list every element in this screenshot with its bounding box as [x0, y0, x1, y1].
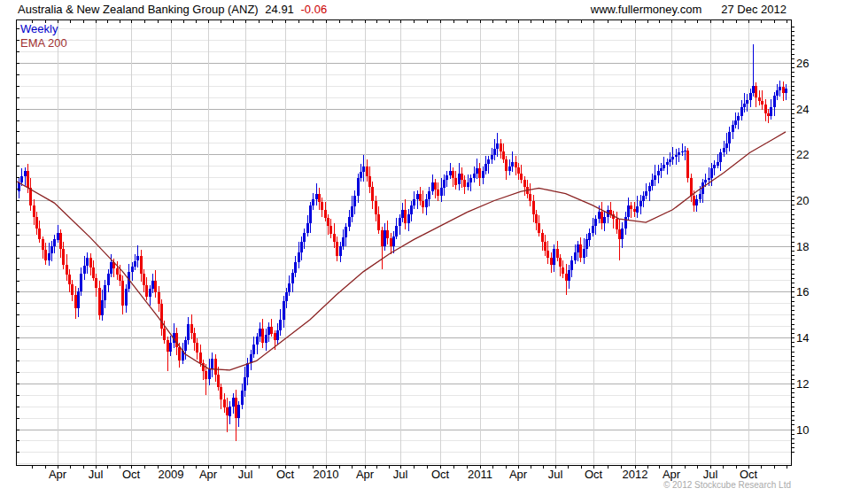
candle-body: [42, 239, 44, 250]
candle-body: [654, 175, 656, 180]
candle-body: [229, 407, 231, 415]
candle-body: [160, 304, 163, 329]
candle-body: [467, 182, 469, 187]
candle-body: [410, 205, 413, 214]
chart-legend: Weekly EMA 200: [20, 22, 67, 50]
candle-body: [758, 97, 761, 101]
x-axis-label: Apr: [356, 468, 375, 481]
candle-body: [345, 227, 347, 237]
candle-body: [279, 320, 282, 330]
candle-body: [648, 186, 651, 192]
candle-body: [265, 335, 267, 343]
candle-body: [384, 230, 386, 246]
candle-body: [86, 258, 89, 266]
candle-body: [422, 201, 424, 208]
candle-body: [149, 289, 151, 297]
candle-body: [366, 167, 368, 177]
candle-body: [476, 168, 478, 173]
candle-body: [579, 244, 582, 259]
y-axis-label: 26: [796, 57, 809, 70]
candle-body: [493, 149, 496, 155]
x-axis-label: Jul: [89, 468, 104, 481]
candle-body: [375, 201, 377, 215]
candle-body: [35, 217, 38, 229]
candle-body: [71, 284, 74, 294]
candle-body: [559, 258, 562, 267]
candle-body: [267, 327, 270, 335]
candle-body: [199, 353, 202, 363]
candle-body: [529, 194, 531, 201]
candle-body: [53, 239, 56, 246]
x-axis-label: Jul: [703, 468, 718, 481]
candle-body: [83, 266, 86, 274]
candle-body: [321, 202, 323, 210]
candle-body: [437, 190, 439, 197]
candle-body: [190, 324, 193, 333]
candle-body: [187, 324, 190, 340]
candle-body: [642, 196, 645, 200]
candle-body: [107, 274, 110, 285]
candle-body: [246, 363, 249, 377]
candle-body: [104, 285, 106, 300]
candle-body: [283, 301, 285, 320]
candle-body: [627, 205, 630, 217]
candle-body: [425, 199, 428, 207]
candle-body: [725, 143, 728, 148]
candle-body: [252, 345, 255, 353]
candle-body: [261, 329, 264, 343]
candle-body: [101, 300, 104, 315]
candle-body: [169, 343, 172, 352]
candle-body: [371, 187, 374, 201]
candle-body: [92, 267, 95, 277]
candle-body: [167, 340, 169, 352]
candle-body: [119, 275, 121, 281]
ema-line: [16, 132, 786, 370]
candle-body: [686, 151, 689, 178]
candle-body: [163, 329, 166, 340]
legend-weekly-label: Weekly: [20, 22, 67, 36]
candle-body: [785, 89, 787, 93]
candle-body: [348, 217, 351, 228]
candle-body: [333, 234, 336, 242]
chart-window: Australia & New Zealand Banking Group (A…: [0, 0, 868, 496]
candle-body: [211, 359, 213, 369]
candle-body: [80, 274, 82, 291]
candle-body: [404, 210, 407, 224]
candle-body: [598, 212, 601, 219]
candle-body: [624, 217, 627, 229]
candle-body: [140, 256, 143, 275]
candle-body: [318, 194, 321, 202]
candle-body: [270, 327, 273, 334]
candle-body: [121, 281, 124, 306]
candle-body: [339, 246, 342, 255]
candle-body: [395, 226, 398, 236]
candle-body: [669, 159, 671, 162]
candle-body: [329, 226, 332, 234]
candle-body: [143, 274, 145, 285]
candle-body: [574, 252, 577, 260]
candle-body: [392, 236, 395, 247]
candle-body: [110, 262, 112, 274]
candle-body: [125, 289, 128, 306]
candle-body: [749, 93, 752, 100]
candle-body: [737, 116, 740, 120]
candle-body: [728, 132, 731, 143]
candle-body: [309, 205, 312, 224]
candle-body: [699, 194, 701, 200]
candle-body: [695, 199, 698, 205]
candle-body: [419, 194, 422, 201]
candle-body: [708, 178, 710, 181]
candle-body: [298, 252, 300, 263]
candle-body: [390, 238, 392, 246]
candle-body: [256, 337, 259, 345]
candle-body: [535, 214, 538, 223]
candle-body: [205, 371, 207, 379]
x-axis-label: Apr: [49, 468, 67, 481]
candle-body: [532, 201, 535, 215]
candle-body: [66, 265, 68, 275]
candle-body: [562, 267, 564, 275]
candle-body: [353, 196, 356, 206]
y-axis-label: 10: [796, 423, 809, 437]
candle-body: [208, 369, 211, 380]
candle-body: [491, 155, 493, 159]
